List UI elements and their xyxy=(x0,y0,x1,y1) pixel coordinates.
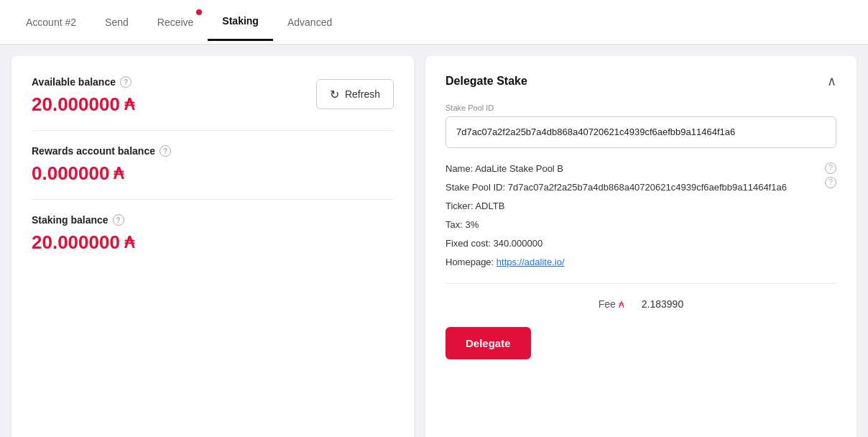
delegate-stake-card: Delegate Stake ∧ Stake Pool ID 7d7ac07a2… xyxy=(425,56,857,437)
delegate-title: Delegate Stake xyxy=(445,75,527,88)
staking-balance-help-icon[interactable]: ? xyxy=(113,214,124,226)
fee-label: Fee ₳ xyxy=(599,298,624,310)
rewards-balance-section: Rewards account balance ? 0.000000 ₳ xyxy=(32,145,394,200)
rewards-balance-help-icon[interactable]: ? xyxy=(160,145,171,157)
top-navigation: Account #2 Send Receive Staking Advanced xyxy=(0,0,868,45)
nav-account-label: Account #2 xyxy=(26,17,76,28)
fee-ada-symbol: ₳ xyxy=(619,300,624,310)
stake-pool-id-value: 7d7ac07a2f2a25b7a4db868a40720621c4939cf6… xyxy=(456,126,735,137)
staking-balance-amount: 20.000000 ₳ xyxy=(32,231,394,254)
nav-advanced[interactable]: Advanced xyxy=(273,2,346,42)
nav-advanced-label: Advanced xyxy=(287,17,332,28)
nav-staking-label: Staking xyxy=(222,15,259,27)
staking-ada-symbol: ₳ xyxy=(124,234,134,252)
available-balance-section: Available balance ? 20.000000 ₳ ↻ Refres… xyxy=(32,76,394,131)
main-content: Available balance ? 20.000000 ₳ ↻ Refres… xyxy=(0,45,868,437)
pool-ticker: Ticker: ADLTB xyxy=(445,197,825,216)
delegate-header: Delegate Stake ∧ xyxy=(445,73,836,89)
refresh-icon: ↻ xyxy=(330,88,339,101)
pool-name: Name: AdaLite Stake Pool B xyxy=(445,160,825,178)
rewards-balance-amount: 0.000000 ₳ xyxy=(32,162,394,185)
staking-balance-section: Staking balance ? 20.000000 ₳ xyxy=(32,214,394,254)
available-ada-symbol: ₳ xyxy=(124,96,134,114)
pool-tax: Tax: 3% xyxy=(445,216,825,234)
fee-value: 2.183990 xyxy=(642,298,683,310)
fee-row: Fee ₳ 2.183990 xyxy=(445,295,836,310)
available-balance-label: Available balance ? xyxy=(32,76,316,88)
refresh-button[interactable]: ↻ Refresh xyxy=(316,79,394,109)
nav-send-label: Send xyxy=(105,17,129,28)
collapse-icon[interactable]: ∧ xyxy=(827,73,836,89)
pool-homepage-link[interactable]: https://adalite.io/ xyxy=(497,257,565,267)
pool-cost-help-icon[interactable]: ? xyxy=(825,177,836,188)
available-balance-amount: 20.000000 ₳ xyxy=(32,93,316,116)
nav-send[interactable]: Send xyxy=(91,2,143,42)
available-balance-help-icon[interactable]: ? xyxy=(120,76,131,88)
pool-info-section: Name: AdaLite Stake Pool B Stake Pool ID… xyxy=(445,160,836,284)
receive-notification-dot xyxy=(196,9,202,15)
balance-card: Available balance ? 20.000000 ₳ ↻ Refres… xyxy=(11,56,414,437)
pool-fixed-cost: Fixed cost: 340.000000 xyxy=(445,234,825,253)
nav-receive-label: Receive xyxy=(157,17,194,28)
pool-homepage: Homepage: https://adalite.io/ xyxy=(445,253,825,272)
staking-balance-label: Staking balance ? xyxy=(32,214,394,226)
nav-receive[interactable]: Receive xyxy=(143,2,208,42)
stake-pool-id-label: Stake Pool ID xyxy=(445,104,836,112)
pool-id-full: Stake Pool ID: 7d7ac07a2f2a25b7a4db868a4… xyxy=(445,178,825,197)
nav-staking[interactable]: Staking xyxy=(208,1,273,43)
delegate-button[interactable]: Delegate xyxy=(445,327,531,359)
nav-account[interactable]: Account #2 xyxy=(11,2,91,42)
stake-pool-id-box[interactable]: 7d7ac07a2f2a25b7a4db868a40720621c4939cf6… xyxy=(445,116,836,148)
rewards-ada-symbol: ₳ xyxy=(114,165,124,183)
rewards-balance-label: Rewards account balance ? xyxy=(32,145,394,157)
pool-tax-help-icon[interactable]: ? xyxy=(825,162,836,174)
